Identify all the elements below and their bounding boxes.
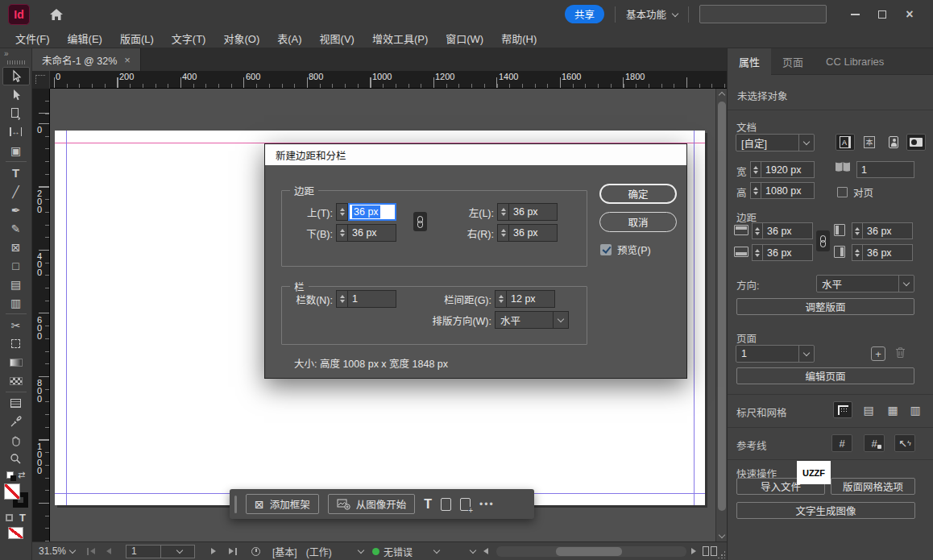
note-tool[interactable] xyxy=(2,394,30,413)
preflight-profile-control[interactable]: [基本] (工作) xyxy=(272,542,363,560)
prev-page-button[interactable] xyxy=(106,542,111,560)
pages-count-input[interactable]: 1 xyxy=(856,161,914,178)
zoom-level-control[interactable]: 31.5% xyxy=(39,542,75,560)
menu-layout[interactable]: 版面(L) xyxy=(111,31,163,46)
columns-count-stepper[interactable] xyxy=(336,290,348,308)
adjust-layout-button[interactable]: 调整版面 xyxy=(736,298,914,315)
new-page-icon[interactable] xyxy=(460,498,471,511)
context-toolbar[interactable]: ⊠ 添加框架 从图像开始 T ••• xyxy=(230,489,534,519)
menu-plugins[interactable]: 增效工具(P) xyxy=(363,31,437,46)
first-page-button[interactable] xyxy=(87,542,95,560)
preview-checkbox[interactable] xyxy=(600,244,612,255)
tab-properties[interactable]: 属性 xyxy=(728,48,771,75)
error-status-control[interactable]: 无错误 xyxy=(372,542,439,560)
zoom-tool[interactable] xyxy=(2,450,30,468)
width-stepper[interactable] xyxy=(750,161,761,178)
ok-button[interactable]: 确定 xyxy=(599,184,677,204)
scrollbar-thumb[interactable] xyxy=(556,547,622,556)
layout-grid-icon[interactable]: ▥ xyxy=(906,401,925,418)
menu-edit[interactable]: 编辑(E) xyxy=(59,31,111,46)
apply-none-swatch[interactable] xyxy=(8,527,23,539)
text-to-image-button[interactable]: 文字生成图像 xyxy=(736,502,915,519)
formatting-text-icon[interactable]: T xyxy=(19,512,26,524)
top-margin-input[interactable]: 36 px xyxy=(348,203,396,221)
smart-guides-icon[interactable]: ↖ϟ xyxy=(894,434,915,452)
page-number-select[interactable]: 1 xyxy=(126,542,195,560)
rulers-toggle-icon[interactable] xyxy=(833,401,852,418)
horizontal-text-icon[interactable]: A xyxy=(836,134,855,151)
right-margin-stepper[interactable] xyxy=(497,224,509,242)
menu-view[interactable]: 视图(V) xyxy=(311,31,363,46)
menu-type[interactable]: 文字(T) xyxy=(163,31,215,46)
stepper[interactable] xyxy=(752,244,763,261)
tab-close-icon[interactable]: × xyxy=(124,55,131,65)
content-collector-tool[interactable]: ▣ xyxy=(2,141,30,160)
new-margins-columns-dialog[interactable]: 新建边距和分栏 边距 上(T): 36 px 下(B): xyxy=(264,143,687,379)
tab-pages[interactable]: 页面 xyxy=(771,48,815,74)
menu-table[interactable]: 表(A) xyxy=(268,31,310,46)
horizontal-ruler[interactable]: 0 200 400 600 800 1000 1200 1400 1600 18… xyxy=(50,71,727,89)
stepper[interactable] xyxy=(852,222,863,239)
bottom-margin-input[interactable]: 36 px xyxy=(763,244,813,261)
left-margin-stepper[interactable] xyxy=(497,203,509,221)
ruler-origin-corner[interactable] xyxy=(32,71,50,89)
vertical-text-icon[interactable]: 本 xyxy=(860,134,879,151)
menu-help[interactable]: 帮助(H) xyxy=(492,31,545,46)
layout-grid-options-button[interactable]: 版面网格选项 xyxy=(831,478,915,495)
default-swatches-icon[interactable] xyxy=(6,471,14,479)
gutter-input[interactable]: 12 px xyxy=(507,290,555,308)
maximize-button[interactable] xyxy=(869,4,896,25)
start-from-image-button[interactable]: 从图像开始 xyxy=(328,494,416,514)
add-page-button[interactable]: + xyxy=(871,346,885,361)
scissors-tool[interactable]: ✂ xyxy=(2,316,30,334)
hand-tool[interactable] xyxy=(2,431,30,450)
add-page-icon[interactable] xyxy=(441,498,451,511)
gradient-tool[interactable] xyxy=(2,353,30,371)
show-guides-icon[interactable]: # xyxy=(831,434,852,452)
menu-object[interactable]: 对象(O) xyxy=(214,31,268,46)
vertical-grid-tool[interactable]: ▥ xyxy=(2,293,30,312)
left-margin-input[interactable]: 36 px xyxy=(863,222,913,239)
next-page-button[interactable] xyxy=(211,542,216,560)
width-input[interactable]: 1920 px xyxy=(761,161,815,178)
pencil-tool[interactable]: ✎ xyxy=(2,219,30,238)
gradient-feather-tool[interactable] xyxy=(2,371,30,390)
horizontal-scrollbar[interactable] xyxy=(496,546,686,557)
fill-swatch-none[interactable] xyxy=(4,483,20,500)
eyedropper-tool[interactable] xyxy=(2,413,30,431)
selection-tool[interactable] xyxy=(2,67,30,85)
baseline-grid-icon[interactable]: ▤ xyxy=(859,401,878,418)
toolbar-drag-handle[interactable] xyxy=(234,496,237,513)
writing-direction-select[interactable]: 水平 xyxy=(495,311,569,329)
scroll-right-icon[interactable] xyxy=(691,542,696,560)
edit-pages-button[interactable]: 编辑页面 xyxy=(736,367,914,384)
cancel-button[interactable]: 取消 xyxy=(599,212,677,232)
left-margin-input[interactable]: 36 px xyxy=(509,203,558,221)
free-transform-tool[interactable] xyxy=(2,334,30,353)
bottom-margin-input[interactable]: 36 px xyxy=(348,224,396,242)
close-button[interactable]: × xyxy=(896,4,923,25)
link-margins-icon[interactable] xyxy=(413,212,427,231)
type-tool[interactable]: T xyxy=(2,164,30,182)
add-frame-button[interactable]: ⊠ 添加框架 xyxy=(246,494,319,514)
bottom-margin-stepper[interactable] xyxy=(336,224,348,242)
height-stepper[interactable] xyxy=(750,182,761,199)
height-input[interactable]: 1080 px xyxy=(761,182,815,199)
gutter-stepper[interactable] xyxy=(495,290,507,308)
delete-page-button[interactable] xyxy=(895,346,906,361)
document-grid-icon[interactable]: ▦ xyxy=(883,401,902,418)
vertical-ruler[interactable]: 0 200 400 600 800 1000 xyxy=(32,89,50,541)
status-dropdown-icon[interactable] xyxy=(471,542,475,560)
scroll-down-icon[interactable] xyxy=(719,532,725,538)
frame-tool[interactable]: ⊠ xyxy=(2,238,30,256)
more-options-icon[interactable]: ••• xyxy=(479,499,495,510)
split-view-icon[interactable] xyxy=(703,542,717,560)
rectangle-tool[interactable]: □ xyxy=(2,256,30,275)
lock-guides-icon[interactable]: # xyxy=(864,434,885,452)
indesign-logo-icon[interactable]: Id xyxy=(8,4,30,25)
stepper[interactable] xyxy=(852,244,863,261)
search-input[interactable] xyxy=(699,5,827,23)
scroll-left-icon[interactable] xyxy=(483,542,488,560)
horizontal-grid-tool[interactable]: ▤ xyxy=(2,275,30,293)
share-button[interactable]: 共享 xyxy=(565,5,604,23)
